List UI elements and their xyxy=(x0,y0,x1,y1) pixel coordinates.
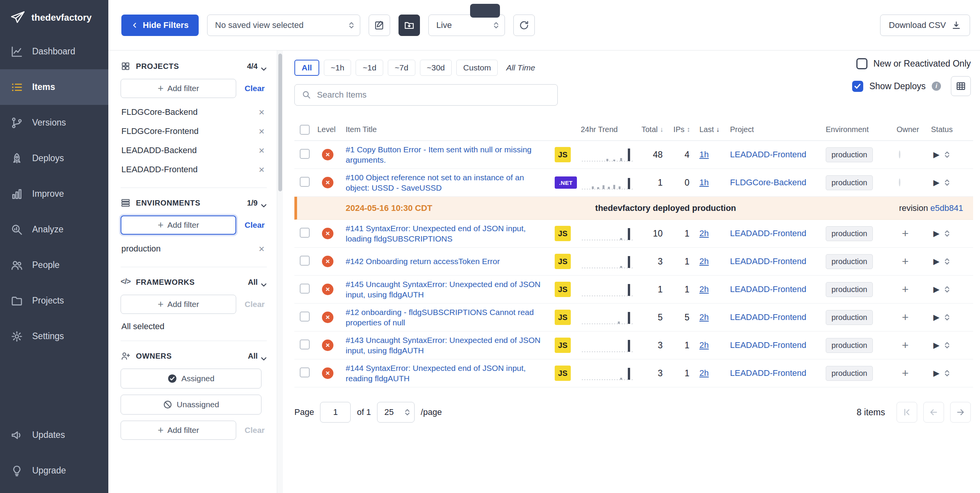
sidebar-item-improve[interactable]: Improve xyxy=(0,176,108,212)
sidebar-item-updates[interactable]: Updates xyxy=(0,417,108,453)
header-owner[interactable]: Owner xyxy=(897,125,931,134)
remove-filter-icon[interactable]: × xyxy=(259,145,265,155)
chevrons-updown-icon[interactable] xyxy=(944,313,950,322)
chevrons-updown-icon[interactable] xyxy=(944,229,950,238)
deploy-revision-link[interactable]: e5db841 xyxy=(930,203,963,213)
last-seen-link[interactable]: 1h xyxy=(699,178,709,187)
remove-filter-icon[interactable]: × xyxy=(259,244,265,254)
project-link[interactable]: LEADADD-Frontend xyxy=(730,312,806,322)
assign-owner-button[interactable]: + xyxy=(902,367,909,379)
row-checkbox[interactable] xyxy=(300,256,310,266)
last-seen-link[interactable]: 2h xyxy=(699,256,709,266)
saved-view-select[interactable]: No saved view selected xyxy=(207,15,360,36)
row-checkbox[interactable] xyxy=(300,284,310,294)
row-checkbox[interactable] xyxy=(300,149,310,159)
chevrons-updown-icon[interactable] xyxy=(944,150,950,159)
assign-owner-button[interactable]: + xyxy=(902,255,909,268)
header-project[interactable]: Project xyxy=(730,125,826,134)
tab-1d[interactable]: ~1d xyxy=(356,60,383,76)
assign-owner-button[interactable]: + xyxy=(902,227,909,240)
tab-all-time[interactable]: All Time xyxy=(502,60,539,76)
show-deploys-checkbox[interactable] xyxy=(852,81,863,92)
item-title-link[interactable]: #100 Object reference not set to an inst… xyxy=(346,172,555,193)
header-item-title[interactable]: Item Title xyxy=(346,125,555,134)
owners-add-filter-button[interactable]: + Add filter xyxy=(121,421,236,440)
assign-owner-button[interactable]: + xyxy=(902,311,909,323)
column-settings-button[interactable] xyxy=(951,76,971,96)
sidebar-item-deploys[interactable]: Deploys xyxy=(0,140,108,176)
status-play-icon[interactable]: ▶ xyxy=(933,341,939,350)
projects-count-toggle[interactable]: 4/4 xyxy=(247,62,267,71)
item-title-link[interactable]: #141 SyntaxError: Unexpected end of JSON… xyxy=(346,223,555,244)
header-level[interactable]: Level xyxy=(317,125,346,134)
remove-filter-icon[interactable]: × xyxy=(259,107,265,117)
remove-filter-icon[interactable]: × xyxy=(259,126,265,136)
last-seen-link[interactable]: 2h xyxy=(699,284,709,294)
environments-count-toggle[interactable]: 1/9 xyxy=(247,199,267,207)
project-link[interactable]: LEADADD-Frontend xyxy=(730,229,806,238)
status-play-icon[interactable]: ▶ xyxy=(933,150,939,159)
refresh-button[interactable] xyxy=(513,15,535,36)
frameworks-add-filter-button[interactable]: + Add filter xyxy=(121,295,236,314)
status-play-icon[interactable]: ▶ xyxy=(933,313,939,322)
project-link[interactable]: LEADADD-Frontend xyxy=(730,256,806,266)
previous-page-button[interactable] xyxy=(923,402,944,423)
last-seen-link[interactable]: 1h xyxy=(699,150,709,159)
item-title-link[interactable]: #1 Copy Button Error - Item sent with nu… xyxy=(346,144,555,165)
assign-owner-button[interactable]: + xyxy=(902,339,909,351)
status-play-icon[interactable]: ▶ xyxy=(933,369,939,378)
info-icon[interactable]: i xyxy=(932,82,941,91)
sidebar-item-versions[interactable]: Versions xyxy=(0,105,108,140)
chevrons-updown-icon[interactable] xyxy=(944,257,950,266)
projects-add-filter-button[interactable]: + Add filter xyxy=(121,79,236,98)
last-seen-link[interactable]: 2h xyxy=(699,312,709,322)
chevrons-updown-icon[interactable] xyxy=(944,369,950,378)
sidebar-item-analyze[interactable]: Analyze xyxy=(0,212,108,247)
project-link[interactable]: LEADADD-Frontend xyxy=(730,150,806,159)
owner-avatar[interactable] xyxy=(899,178,900,186)
sidebar-item-items[interactable]: Items xyxy=(0,69,108,105)
status-play-icon[interactable]: ▶ xyxy=(933,257,939,266)
row-checkbox[interactable] xyxy=(300,312,310,322)
status-play-icon[interactable]: ▶ xyxy=(933,178,939,187)
row-checkbox[interactable] xyxy=(300,228,310,238)
item-title-link[interactable]: #145 Uncaught SyntaxError: Unexpected en… xyxy=(346,279,555,300)
environments-add-filter-button[interactable]: + Add filter xyxy=(121,215,236,235)
header-ips[interactable]: IPs↕ xyxy=(673,125,699,134)
header-total[interactable]: Total↓ xyxy=(638,125,673,134)
filter-panel-scrollbar[interactable] xyxy=(277,51,283,493)
edit-view-button[interactable] xyxy=(369,15,390,36)
scrollbar-thumb[interactable] xyxy=(278,54,282,191)
status-play-icon[interactable]: ▶ xyxy=(933,285,939,294)
download-csv-button[interactable]: Download CSV xyxy=(880,15,970,36)
per-page-select[interactable]: 25 xyxy=(377,402,415,423)
header-environment[interactable]: Environment xyxy=(826,125,897,134)
first-page-button[interactable] xyxy=(897,402,917,423)
assign-owner-button[interactable]: + xyxy=(902,283,909,295)
save-view-button[interactable] xyxy=(399,15,420,36)
chevrons-updown-icon[interactable] xyxy=(944,341,950,350)
projects-clear-link[interactable]: Clear xyxy=(245,84,265,93)
item-title-link[interactable]: #143 Uncaught SyntaxError: Unexpected en… xyxy=(346,335,555,356)
project-link[interactable]: FLDGCore-Backend xyxy=(730,178,806,187)
new-reactivated-checkbox[interactable] xyxy=(856,58,867,69)
owners-count-toggle[interactable]: All xyxy=(248,352,267,361)
project-link[interactable]: LEADADD-Frontend xyxy=(730,284,806,294)
select-all-checkbox[interactable] xyxy=(300,125,310,135)
sidebar-item-projects[interactable]: Projects xyxy=(0,283,108,318)
row-checkbox[interactable] xyxy=(300,177,310,187)
row-checkbox[interactable] xyxy=(300,340,310,349)
tab-30d[interactable]: ~30d xyxy=(420,60,452,76)
sidebar-item-upgrade[interactable]: Upgrade xyxy=(0,453,108,488)
sidebar-item-dashboard[interactable]: Dashboard xyxy=(0,34,108,69)
frameworks-count-toggle[interactable]: All xyxy=(248,278,267,287)
item-title-link[interactable]: #144 SyntaxError: Unexpected end of JSON… xyxy=(346,363,555,384)
chevrons-updown-icon[interactable] xyxy=(944,178,950,187)
tab-7d[interactable]: ~7d xyxy=(388,60,415,76)
tab-all[interactable]: All xyxy=(294,60,319,76)
project-link[interactable]: LEADADD-Frontend xyxy=(730,368,806,378)
last-seen-link[interactable]: 2h xyxy=(699,229,709,238)
sidebar-item-settings[interactable]: Settings xyxy=(0,318,108,354)
unassigned-toggle-button[interactable]: Unassigned xyxy=(121,395,261,415)
item-title-link[interactable]: #12 onboarding - fldgSUBSCRIPTIONS Canno… xyxy=(346,307,555,328)
